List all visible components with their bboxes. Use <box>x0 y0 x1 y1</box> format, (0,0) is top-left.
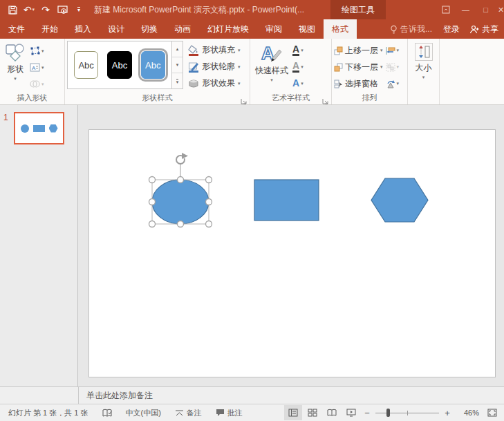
share-button[interactable]: 共享 <box>465 24 504 35</box>
start-slideshow-button[interactable] <box>55 2 69 17</box>
shape-outline-button[interactable]: 形状轮廓 ▾ <box>187 59 241 75</box>
slide-thumbnail-panel[interactable]: 1 <box>0 105 78 386</box>
language-button[interactable]: 中文(中国) <box>122 404 165 421</box>
shapes-gallery-button[interactable]: 形状 ▾ <box>2 41 28 83</box>
group-arrange: 上移一层 ▾ 下移一层 ▾ 选择窗格 <box>332 39 408 104</box>
proofing-button[interactable] <box>98 404 116 421</box>
align-button[interactable]: ▾ <box>386 42 400 59</box>
rectangle-shape[interactable] <box>254 180 319 221</box>
redo-button[interactable]: ↷ <box>39 2 53 17</box>
tab-home[interactable]: 开始 <box>33 19 66 39</box>
save-button[interactable] <box>6 2 19 17</box>
selection-pane-icon <box>334 79 343 88</box>
selection-pane-button[interactable]: 选择窗格 <box>334 75 383 92</box>
size-button[interactable]: 大小 ▾ <box>412 41 436 82</box>
slide-number: 1 <box>3 113 8 122</box>
ribbon-display-options-button[interactable] <box>436 0 456 19</box>
text-effects-icon: A <box>292 79 299 88</box>
customize-qat-button[interactable]: ▾ <box>72 2 86 17</box>
slide-canvas[interactable] <box>88 129 496 377</box>
zoom-slider[interactable] <box>375 408 439 418</box>
maximize-button[interactable]: □ <box>476 0 496 19</box>
tab-review[interactable]: 审阅 <box>257 19 290 39</box>
shape-style-option-3-selected[interactable]: Abc <box>141 51 165 79</box>
quick-access-toolbar: ↶ ▾ ↷ ▾ <box>0 0 86 19</box>
comments-toggle-button[interactable]: 批注 <box>212 404 247 421</box>
size-label: 大小 <box>416 62 432 74</box>
tab-format[interactable]: 格式 <box>324 19 357 39</box>
send-backward-button[interactable]: 下移一层 ▾ <box>334 59 383 75</box>
tab-insert[interactable]: 插入 <box>66 19 100 39</box>
reading-view-button[interactable] <box>323 405 341 420</box>
gallery-more-icon: ▾ <box>176 79 179 84</box>
gallery-scroll-up-icon[interactable]: ▴ <box>172 41 183 57</box>
tell-me-button[interactable]: 告诉我... <box>384 24 438 35</box>
tab-animations[interactable]: 动画 <box>166 19 199 39</box>
contextual-tab-group-drawing-tools[interactable]: 绘图工具 <box>330 0 386 19</box>
normal-view-button[interactable] <box>284 405 302 420</box>
shape-fill-button[interactable]: 形状填充 ▾ <box>187 42 241 58</box>
edit-shape-caret-icon: ▾ <box>41 49 44 53</box>
zoom-in-button[interactable]: + <box>442 408 453 418</box>
zoom-slider-thumb[interactable] <box>386 409 390 417</box>
text-outline-caret-icon: ▾ <box>301 65 304 69</box>
zoom-out-button[interactable]: − <box>362 408 373 418</box>
handle-top-center[interactable] <box>178 177 184 183</box>
text-fill-button[interactable]: A ▾ <box>291 42 305 58</box>
tab-view[interactable]: 视图 <box>290 19 324 39</box>
slide-sorter-view-button[interactable] <box>304 405 321 420</box>
text-outline-button[interactable]: A ▾ <box>291 59 305 75</box>
rotate-button[interactable]: ▾ <box>386 75 400 92</box>
notes-placeholder[interactable]: 单击此处添加备注 <box>86 387 153 404</box>
shape-style-option-1[interactable]: Abc <box>74 51 98 79</box>
slideshow-view-button[interactable] <box>342 405 360 420</box>
sign-in-button[interactable]: 登录 <box>438 24 465 35</box>
notes-toggle-button[interactable]: 备注 <box>171 404 206 421</box>
oval-shape-selected[interactable] <box>152 180 209 224</box>
group-label-shape-styles: 形状样式 <box>65 93 250 104</box>
size-icon <box>417 45 431 59</box>
shape-styles-dialog-launcher[interactable] <box>241 95 248 102</box>
group-label-insert-shapes: 插入形状 <box>0 93 64 104</box>
text-effects-button[interactable]: A ▾ <box>291 75 305 91</box>
handle-mid-left[interactable] <box>149 199 156 205</box>
group-wordart-styles: A 快速样式 ▾ A ▾ A ▾ A ▾ <box>250 39 332 104</box>
wordart-styles-dialog-launcher[interactable] <box>322 95 329 102</box>
tab-transitions[interactable]: 切换 <box>133 19 166 39</box>
group-objects-button[interactable]: ▾ <box>386 59 400 75</box>
reading-view-icon <box>327 409 337 417</box>
shapes-icon <box>5 43 26 62</box>
merge-shapes-button[interactable]: ▾ <box>28 77 46 91</box>
undo-button[interactable]: ↶ ▾ <box>22 2 36 17</box>
group-label-wordart-styles: 艺术字样式 <box>250 93 331 104</box>
slide-1-thumbnail[interactable] <box>14 112 64 144</box>
handle-bottom-left[interactable] <box>149 221 156 227</box>
shape-effects-button[interactable]: 形状效果 ▾ <box>187 75 241 91</box>
tab-file[interactable]: 文件 <box>0 19 33 39</box>
group-insert-shapes: 形状 ▾ ▾ A ▾ ▾ <box>0 39 65 104</box>
close-button[interactable]: ✕ <box>496 0 504 19</box>
shape-style-option-2[interactable]: Abc <box>107 51 131 79</box>
zoom-level[interactable]: 46% <box>457 409 479 417</box>
notes-toggle-label: 备注 <box>187 408 202 418</box>
handle-top-right[interactable] <box>206 177 212 183</box>
rotation-handle-icon[interactable] <box>176 153 188 164</box>
hexagon-shape[interactable] <box>371 178 428 222</box>
fit-slide-button[interactable] <box>483 405 501 420</box>
handle-bottom-center[interactable] <box>178 221 184 227</box>
text-box-button[interactable]: A ▾ <box>28 60 46 75</box>
undo-caret-icon[interactable]: ▾ <box>32 7 35 12</box>
gallery-scroll-down-icon[interactable]: ▾ <box>172 57 183 73</box>
edit-shape-button[interactable]: ▾ <box>28 44 46 58</box>
handle-top-left[interactable] <box>149 177 156 183</box>
bring-forward-button[interactable]: 上移一层 ▾ <box>334 42 383 59</box>
group-size: 大小 ▾ <box>408 39 440 104</box>
tab-slideshow[interactable]: 幻灯片放映 <box>199 19 257 39</box>
handle-bottom-right[interactable] <box>206 221 212 227</box>
gallery-more-button[interactable]: ▾ <box>172 73 183 88</box>
ribbon-tab-bar: 文件 开始 插入 设计 切换 动画 幻灯片放映 审阅 视图 格式 告诉我... … <box>0 19 504 39</box>
tab-design[interactable]: 设计 <box>100 19 133 39</box>
minimize-button[interactable]: — <box>456 0 476 19</box>
quick-styles-button[interactable]: A 快速样式 ▾ <box>252 41 291 84</box>
handle-mid-right[interactable] <box>206 199 212 205</box>
